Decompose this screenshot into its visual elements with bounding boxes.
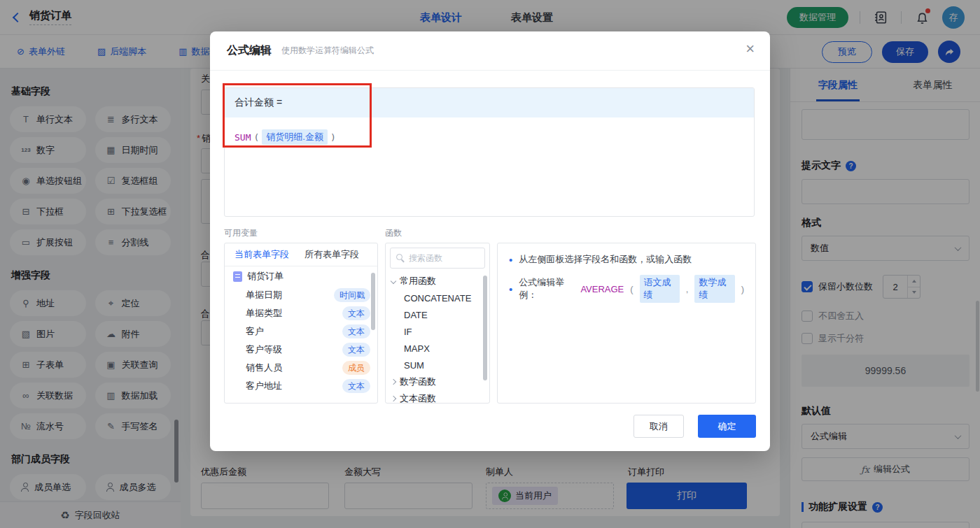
chevron-down-icon <box>391 278 396 284</box>
close-icon[interactable]: × <box>746 41 755 57</box>
variables-label: 可用变量 <box>224 227 258 239</box>
modal-title: 公式编辑 <box>227 43 272 58</box>
chevron-right-icon <box>391 396 396 401</box>
function-item[interactable]: DATE <box>386 306 489 323</box>
variable-row[interactable]: 客户文本 <box>225 322 377 341</box>
function-keyword: SUM <box>234 132 251 143</box>
type-badge: 文本 <box>342 343 370 357</box>
confirm-button[interactable]: 确定 <box>698 415 756 438</box>
example-function-keyword: AVERAGE <box>580 284 624 294</box>
function-item[interactable]: SUM <box>386 357 489 373</box>
function-group-common[interactable]: 常用函数 <box>386 273 489 290</box>
modal-header: 公式编辑 使用数学运算符编辑公式 × <box>210 31 770 71</box>
form-designer-app: 销货订单 表单设计 表单设置 数据管理 <box>0 0 980 528</box>
variable-row[interactable]: 客户地址文本 <box>225 377 377 395</box>
variable-row[interactable]: 单据日期时间戳 <box>225 286 377 304</box>
field-token-chip[interactable]: 销货明细.金额 <box>262 129 328 145</box>
function-item[interactable]: CONCATENATE <box>386 290 489 306</box>
variables-scrollbar[interactable] <box>371 273 375 330</box>
formula-target: 合计金额 = <box>225 88 754 117</box>
variables-panel: 当前表单字段 所有表单字段 销货订单 单据日期时间戳 单据类型文本 客户文本 客… <box>224 243 378 404</box>
function-group-text[interactable]: 文本函数 <box>386 390 489 404</box>
type-badge: 文本 <box>342 324 370 338</box>
tip-line-2: • 公式编辑举例：AVERAGE( 语文成绩 , 数学成绩 ) <box>509 275 744 303</box>
function-item[interactable]: MAPX <box>386 340 489 357</box>
function-item[interactable]: IF <box>386 323 489 340</box>
formula-expression[interactable]: SUM( 销货明细.金额 ) <box>225 117 754 157</box>
type-badge: 成员 <box>342 361 370 375</box>
formula-edit-modal: 公式编辑 使用数学运算符编辑公式 × 合计金额 = SUM( 销货明细.金额 )… <box>210 31 770 451</box>
formula-editor[interactable]: 合计金额 = SUM( 销货明细.金额 ) <box>224 87 755 217</box>
tip-line-1: • 从左侧面板选择字段名和函数，或输入函数 <box>509 253 744 266</box>
example-chip: 语文成绩 <box>640 275 680 303</box>
tips-panel: • 从左侧面板选择字段名和函数，或输入函数 • 公式编辑举例：AVERAGE( … <box>497 243 756 404</box>
tree-root-form[interactable]: 销货订单 <box>225 266 377 286</box>
cancel-button[interactable]: 取消 <box>634 415 684 438</box>
function-search-input[interactable]: 搜索函数 <box>390 248 485 269</box>
bullet-icon: • <box>509 284 512 294</box>
functions-scrollbar[interactable] <box>483 276 487 380</box>
variable-row[interactable]: 销售人员成员 <box>225 359 377 377</box>
functions-panel: 搜索函数 常用函数 CONCATENATE DATE IF MAPX SUM 数… <box>385 243 490 404</box>
type-badge: 文本 <box>342 306 370 320</box>
tab-current-form-fields[interactable]: 当前表单字段 <box>234 248 289 261</box>
form-doc-icon <box>233 271 242 282</box>
search-placeholder: 搜索函数 <box>409 252 442 264</box>
functions-label: 函数 <box>385 227 402 239</box>
variable-row[interactable]: 客户等级文本 <box>225 341 377 359</box>
modal-subtitle: 使用数学运算符编辑公式 <box>281 45 374 57</box>
variable-row[interactable]: 单据类型文本 <box>225 304 377 322</box>
variables-tabs: 当前表单字段 所有表单字段 <box>225 243 377 266</box>
bullet-icon: • <box>509 255 512 265</box>
example-chip: 数学成绩 <box>694 275 734 303</box>
function-group-math[interactable]: 数学函数 <box>386 373 489 390</box>
type-badge: 文本 <box>342 379 370 393</box>
search-icon <box>396 254 405 262</box>
type-badge: 时间戳 <box>334 288 370 302</box>
tab-all-form-fields[interactable]: 所有表单字段 <box>304 248 359 261</box>
chevron-right-icon <box>391 379 396 385</box>
